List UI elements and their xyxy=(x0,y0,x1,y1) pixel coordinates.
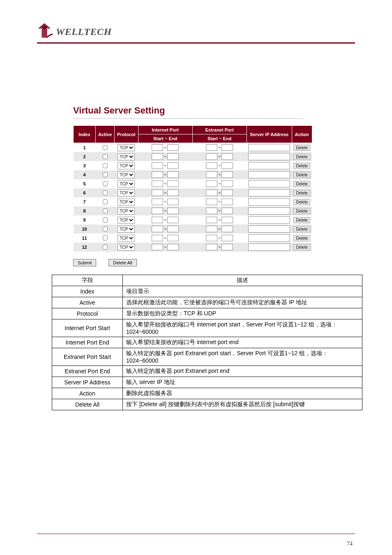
active-checkbox[interactable] xyxy=(103,154,108,159)
protocol-select[interactable]: TCP xyxy=(118,226,135,233)
delete-button[interactable]: Delete xyxy=(293,244,310,250)
extranet-port-start-input[interactable] xyxy=(206,208,217,214)
extranet-port-end-input[interactable] xyxy=(221,190,233,196)
server-ip-input[interactable] xyxy=(248,180,290,187)
protocol-select[interactable]: TCP xyxy=(118,153,135,160)
server-ip-input[interactable] xyxy=(248,144,290,151)
internet-port-start-input[interactable] xyxy=(152,208,163,214)
protocol-select[interactable]: TCP xyxy=(118,217,135,224)
delete-button[interactable]: Delete xyxy=(293,199,310,205)
extranet-port-start-input[interactable] xyxy=(206,226,217,232)
internet-port-start-input[interactable] xyxy=(152,190,163,196)
extranet-port-end-input[interactable] xyxy=(221,217,233,223)
extranet-port-end-input[interactable] xyxy=(221,235,233,241)
protocol-select[interactable]: TCP xyxy=(118,162,135,169)
internet-port-end-input[interactable] xyxy=(167,162,179,169)
server-ip-input[interactable] xyxy=(248,171,290,178)
row-index: 8 xyxy=(74,206,96,215)
internet-port-start-input[interactable] xyxy=(152,235,163,241)
server-ip-input[interactable] xyxy=(248,216,290,224)
active-checkbox[interactable] xyxy=(103,208,108,213)
extranet-port-start-input[interactable] xyxy=(206,217,217,223)
internet-port-end-input[interactable] xyxy=(167,226,179,232)
extranet-port-start-input[interactable] xyxy=(206,153,217,160)
extranet-port-end-input[interactable] xyxy=(221,171,233,178)
active-checkbox[interactable] xyxy=(103,181,108,186)
protocol-select[interactable]: TCP xyxy=(118,235,135,242)
internet-port-start-input[interactable] xyxy=(152,199,163,205)
extranet-port-end-input[interactable] xyxy=(221,244,233,250)
extranet-port-start-input[interactable] xyxy=(206,180,217,187)
protocol-select[interactable]: TCP xyxy=(118,171,135,178)
active-checkbox[interactable] xyxy=(103,227,108,231)
extranet-port-end-input[interactable] xyxy=(221,199,233,205)
active-checkbox[interactable] xyxy=(103,245,108,250)
delete-button[interactable]: Delete xyxy=(293,181,310,187)
extranet-port-start-input[interactable] xyxy=(206,162,217,169)
extranet-port-end-input[interactable] xyxy=(221,226,233,232)
internet-port-end-input[interactable] xyxy=(167,153,179,160)
delete-button[interactable]: Delete xyxy=(293,226,310,232)
delete-button[interactable]: Delete xyxy=(293,190,310,196)
internet-port-start-input[interactable] xyxy=(152,144,163,151)
protocol-select[interactable]: TCP xyxy=(118,180,135,187)
extranet-port-start-input[interactable] xyxy=(206,144,217,151)
active-checkbox[interactable] xyxy=(103,145,108,150)
active-checkbox[interactable] xyxy=(103,190,108,195)
internet-port-start-input[interactable] xyxy=(152,180,163,187)
delete-button[interactable]: Delete xyxy=(293,217,310,223)
internet-port-start-input[interactable] xyxy=(152,244,163,250)
extranet-port-start-input[interactable] xyxy=(206,171,217,178)
protocol-select[interactable]: TCP xyxy=(118,199,135,206)
active-checkbox[interactable] xyxy=(103,163,108,168)
extranet-port-end-input[interactable] xyxy=(221,144,233,151)
active-checkbox[interactable] xyxy=(103,199,108,204)
extranet-port-start-input[interactable] xyxy=(206,235,217,241)
server-ip-input[interactable] xyxy=(248,162,290,169)
extranet-port-start-input[interactable] xyxy=(206,199,217,205)
delete-button[interactable]: Delete xyxy=(293,163,310,169)
internet-port-end-input[interactable] xyxy=(167,144,179,151)
internet-port-end-input[interactable] xyxy=(167,171,179,178)
active-checkbox[interactable] xyxy=(103,217,108,222)
extranet-port-end-input[interactable] xyxy=(221,180,233,187)
internet-port-start-input[interactable] xyxy=(152,171,163,178)
delete-button[interactable]: Delete xyxy=(293,145,310,151)
delete-button[interactable]: Delete xyxy=(293,172,310,178)
server-ip-input[interactable] xyxy=(248,243,290,251)
delete-all-button[interactable]: Delete All xyxy=(108,259,136,266)
internet-port-end-input[interactable] xyxy=(167,199,179,205)
active-checkbox[interactable] xyxy=(103,236,108,240)
server-ip-input[interactable] xyxy=(248,189,290,197)
extranet-port-end-input[interactable] xyxy=(221,208,233,214)
internet-port-end-input[interactable] xyxy=(167,180,179,187)
action-cell: Delete xyxy=(292,215,312,224)
internet-port-end-input[interactable] xyxy=(167,244,179,250)
delete-button[interactable]: Delete xyxy=(293,154,310,160)
delete-button[interactable]: Delete xyxy=(293,235,310,241)
server-ip-input[interactable] xyxy=(248,198,290,206)
protocol-select[interactable]: TCP xyxy=(118,208,135,215)
internet-port-end-input[interactable] xyxy=(167,190,179,196)
internet-port-start-input[interactable] xyxy=(152,162,163,169)
internet-port-start-input[interactable] xyxy=(152,226,163,232)
extranet-port-start-input[interactable] xyxy=(206,244,217,250)
extranet-port-start-input[interactable] xyxy=(206,190,217,196)
server-ip-input[interactable] xyxy=(248,207,290,215)
active-checkbox[interactable] xyxy=(103,172,108,177)
protocol-select[interactable]: TCP xyxy=(118,190,135,197)
extranet-port-end-input[interactable] xyxy=(221,153,233,160)
protocol-select[interactable]: TCP xyxy=(118,244,135,251)
submit-button[interactable]: Submit xyxy=(73,259,96,266)
internet-port-end-input[interactable] xyxy=(167,217,179,223)
internet-port-start-input[interactable] xyxy=(152,217,163,223)
internet-port-end-input[interactable] xyxy=(167,208,179,214)
protocol-select[interactable]: TCP xyxy=(118,144,135,151)
server-ip-input[interactable] xyxy=(248,234,290,242)
internet-port-end-input[interactable] xyxy=(167,235,179,241)
server-ip-input[interactable] xyxy=(248,225,290,233)
internet-port-start-input[interactable] xyxy=(152,153,163,160)
extranet-port-end-input[interactable] xyxy=(221,162,233,169)
delete-button[interactable]: Delete xyxy=(293,208,310,214)
server-ip-input[interactable] xyxy=(248,153,290,160)
